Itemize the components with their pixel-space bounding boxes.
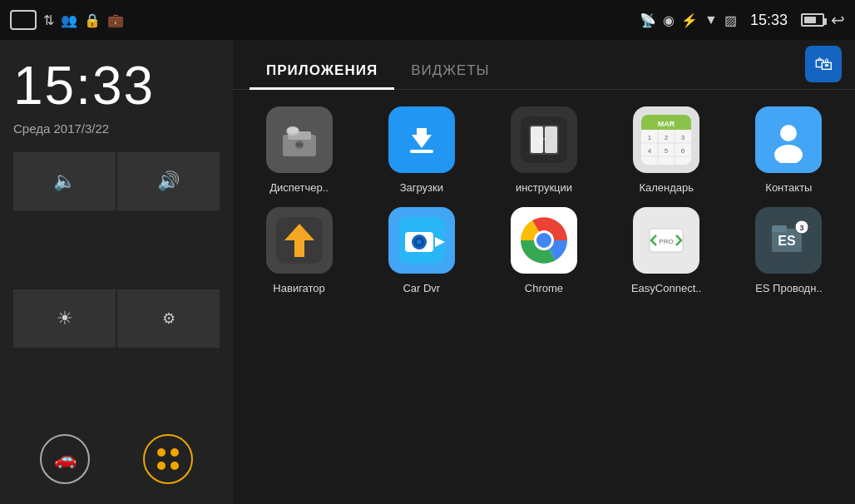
svg-rect-8	[410, 150, 433, 153]
wallet-icon: 💼	[107, 12, 124, 28]
equalizer-icon: ⚙	[162, 309, 175, 328]
app-contacts[interactable]: Контакты	[731, 106, 847, 194]
battery-icon	[801, 13, 824, 27]
status-right-icons: 📡 ◉ ⚡ ▼ ▨ 15:33 ↩	[640, 10, 845, 30]
apps-grid: Диспетчер.. Загрузки	[241, 106, 847, 294]
volume-up-button[interactable]: 🔊	[117, 152, 220, 210]
volume-up-icon: 🔊	[157, 170, 180, 192]
status-bar: ⇅ 👥 🔒 💼 📡 ◉ ⚡ ▼ ▨ 15:33 ↩	[0, 0, 855, 40]
usb-icon: ⇅	[43, 12, 54, 28]
bluetooth-icon: ⚡	[681, 12, 698, 28]
svg-text:MAR: MAR	[658, 120, 675, 128]
car-button[interactable]: 🚗	[40, 434, 90, 484]
svg-text:PRO: PRO	[660, 238, 674, 245]
svg-text:1: 1	[648, 134, 652, 141]
es-icon: ES 3	[755, 207, 822, 274]
apps-grid-button[interactable]	[143, 434, 193, 484]
status-time: 15:33	[750, 12, 788, 29]
easyconnect-icon: PRO	[633, 207, 699, 274]
downloads-icon	[388, 106, 455, 173]
tab-apps[interactable]: ПРИЛОЖЕНИЯ	[250, 62, 394, 89]
date-display: Среда 2017/3/22	[13, 121, 220, 136]
es-label: ES Проводн..	[755, 282, 822, 294]
lock-icon: 🔒	[84, 12, 101, 28]
clock-display: 15:33	[13, 57, 220, 115]
tab-bar: ПРИЛОЖЕНИЯ ВИДЖЕТЫ 🛍	[233, 40, 855, 90]
dot-1	[157, 448, 166, 457]
equalizer-button[interactable]: ⚙	[117, 289, 220, 348]
store-button[interactable]: 🛍	[805, 46, 842, 82]
contacts-label: Контакты	[765, 181, 812, 194]
dispatcher-icon	[266, 106, 333, 173]
app-easyconnect[interactable]: PRO EasyConnect..	[609, 207, 724, 294]
svg-rect-12	[545, 126, 557, 153]
status-left-icons: ⇅ 👥 🔒 💼	[10, 10, 124, 30]
controls-grid: 🔈 🔊 ☀ ⚙	[13, 152, 220, 424]
app-cardvr[interactable]: Car Dvr	[363, 207, 479, 294]
svg-rect-3	[296, 143, 303, 146]
app-dispatcher[interactable]: Диспетчер..	[241, 106, 357, 194]
location-icon: ◉	[663, 12, 675, 28]
app-es[interactable]: ES 3 ES Проводн..	[731, 207, 847, 294]
chrome-label: Chrome	[525, 282, 563, 294]
car-icon: 🚗	[54, 448, 77, 470]
back-button[interactable]: ↩	[831, 10, 845, 30]
downloads-label: Загрузки	[400, 181, 443, 194]
navigator-icon	[266, 207, 333, 274]
left-panel: 15:33 Среда 2017/3/22 🔈 🔊 ☀ ⚙ 🚗	[0, 40, 233, 504]
svg-text:2: 2	[665, 134, 669, 141]
svg-point-41	[536, 233, 551, 248]
chrome-icon	[511, 207, 577, 274]
svg-text:6: 6	[681, 147, 685, 155]
app-manual[interactable]: ☞ инструкции	[486, 106, 601, 194]
svg-text:3: 3	[800, 224, 804, 232]
dot-2	[171, 448, 179, 457]
cardvr-icon	[388, 207, 455, 274]
brightness-button[interactable]: ☀	[13, 289, 116, 348]
app-navigator[interactable]: Навигатор	[241, 207, 357, 294]
home-icon[interactable]	[10, 10, 37, 30]
right-panel: ПРИЛОЖЕНИЯ ВИДЖЕТЫ 🛍	[233, 40, 855, 504]
signal-icon: ▨	[724, 12, 737, 28]
svg-rect-47	[772, 225, 787, 232]
contacts-icon	[755, 106, 822, 173]
apps-container: Диспетчер.. Загрузки	[233, 90, 855, 504]
app-chrome[interactable]: Chrome	[486, 207, 601, 294]
wifi-icon: ▼	[704, 12, 718, 27]
dispatcher-label: Диспетчер..	[269, 181, 329, 194]
cast-icon: 📡	[640, 12, 656, 28]
app-calendar[interactable]: MAR 1 2 3 4 5 6 Календарь	[609, 106, 724, 194]
navigator-label: Навигатор	[273, 282, 324, 294]
tab-widgets[interactable]: ВИДЖЕТЫ	[394, 62, 507, 89]
people-icon: 👥	[61, 12, 77, 28]
dot-4	[171, 462, 179, 470]
svg-text:☞: ☞	[532, 133, 546, 150]
cardvr-label: Car Dvr	[403, 282, 440, 294]
brightness-icon: ☀	[57, 308, 73, 329]
svg-point-29	[780, 125, 797, 141]
svg-point-37	[417, 240, 422, 245]
manual-icon: ☞	[511, 106, 577, 173]
svg-text:3: 3	[681, 134, 685, 141]
svg-text:ES: ES	[778, 234, 797, 248]
svg-text:5: 5	[665, 147, 669, 155]
bottom-buttons: 🚗	[13, 424, 220, 491]
manual-label: инструкции	[516, 181, 572, 194]
store-icon: 🛍	[814, 53, 833, 75]
volume-down-icon: 🔈	[53, 170, 76, 192]
calendar-label: Календарь	[639, 181, 694, 194]
dot-3	[157, 462, 166, 470]
volume-down-button[interactable]: 🔈	[13, 152, 116, 210]
dots-grid-icon	[157, 448, 179, 470]
easyconnect-label: EasyConnect..	[631, 282, 702, 294]
app-downloads[interactable]: Загрузки	[363, 106, 479, 194]
calendar-icon: MAR 1 2 3 4 5 6	[633, 106, 699, 173]
svg-text:4: 4	[648, 147, 652, 155]
svg-point-5	[287, 126, 299, 133]
